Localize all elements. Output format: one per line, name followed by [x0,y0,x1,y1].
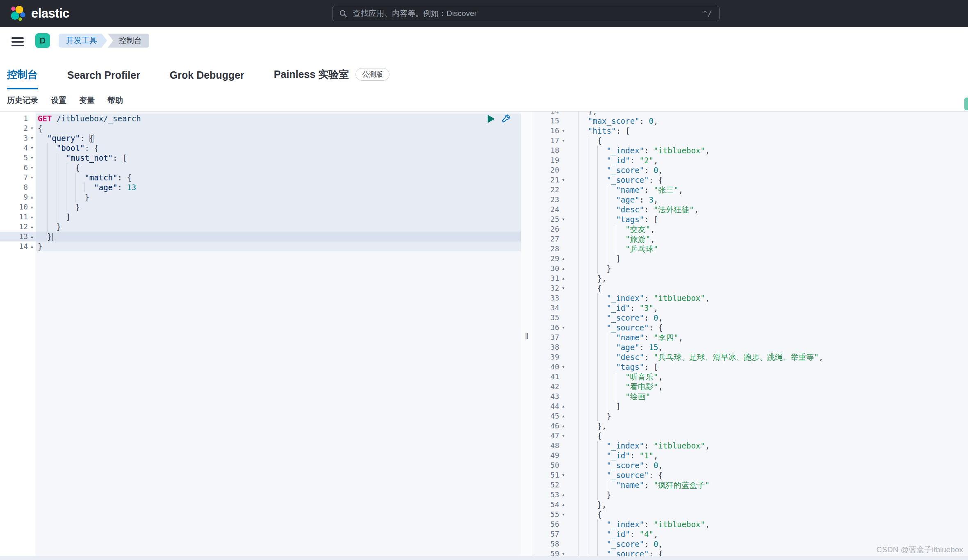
indent-guide [569,244,579,254]
code-text: { [36,163,521,173]
code-line[interactable]: 3▾"query": { [0,133,521,143]
code-line[interactable]: 6▾{ [0,163,521,173]
fold-toggle-icon[interactable]: ▴ [28,222,36,232]
code-line[interactable]: 4▾"bool": { [0,143,521,153]
indent-guide [597,323,607,332]
fold-gutter-spacer [559,519,567,529]
code-line[interactable]: 14▴} [0,241,521,251]
token-p: : [649,175,658,184]
fold-toggle-icon[interactable]: ▾ [559,470,567,480]
code-text: { [36,123,521,133]
menu-hamburger-icon[interactable] [11,37,24,46]
tab-painless-lab[interactable]: Painless 实验室 公测版 [274,68,389,89]
tab-console[interactable]: 控制台 [7,68,38,89]
elastic-logo[interactable]: elastic [10,5,69,22]
fold-toggle-icon[interactable]: ▴ [28,241,36,251]
space-avatar[interactable]: D [35,33,50,48]
fold-toggle-icon[interactable]: ▴ [559,411,567,421]
fold-toggle-icon[interactable]: ▴ [559,254,567,264]
fold-toggle-icon[interactable]: ▾ [559,323,567,332]
fold-toggle-icon[interactable]: ▾ [28,153,36,163]
beta-badge: 公测版 [355,68,389,81]
fold-toggle-icon[interactable]: ▾ [559,126,567,136]
tab-search-profiler[interactable]: Search Profiler [67,69,140,89]
indent-guide [569,421,579,431]
token-p: { [658,323,663,332]
token-p: : [113,153,122,162]
screen-edge-tab[interactable] [964,98,968,110]
token-s: "3" [640,303,654,312]
fold-toggle-icon[interactable]: ▴ [28,232,36,241]
fold-toggle-icon[interactable]: ▴ [559,401,567,411]
fold-toggle-icon[interactable]: ▴ [28,202,36,212]
code-line[interactable]: 10▴} [0,202,521,212]
global-search-input[interactable]: 查找应用、内容等。例如：Discover ^/ [332,6,720,21]
code-line[interactable]: 13▴} [0,232,521,241]
fold-toggle-icon[interactable]: ▾ [559,362,567,372]
fold-toggle-icon[interactable]: ▾ [559,549,567,559]
code-line[interactable]: 11▴] [0,212,521,222]
breadcrumb-dev-tools[interactable]: 开发工具 [59,34,107,48]
fold-toggle-icon[interactable]: ▾ [28,163,36,173]
tab-grok-debugger[interactable]: Grok Debugger [170,69,244,89]
code-line[interactable]: 5▾"must_not": [ [0,153,521,163]
indent-guide [569,451,579,460]
token-k: "_source" [607,471,649,480]
code-line[interactable]: 1GET /itbluebox/_search [0,114,521,123]
fold-gutter-spacer [559,224,567,234]
indent-guide [38,173,47,182]
fold-toggle-icon[interactable]: ▴ [559,421,567,431]
token-k: "_index" [607,441,645,450]
fold-toggle-icon[interactable]: ▴ [28,212,36,222]
code-text: "max_score": 0, [567,116,968,126]
code-line[interactable]: 8"age": 13 [0,182,521,192]
fold-toggle-icon[interactable]: ▴ [28,192,36,202]
fold-toggle-icon[interactable]: ▾ [559,431,567,441]
code-line[interactable]: 9▴} [0,192,521,202]
indent-guide [588,352,597,362]
token-p: : [630,451,640,460]
indent-guide [569,401,579,411]
request-editor-pane[interactable]: 1GET /itbluebox/_search2▾{3▾"query": {4▾… [0,112,521,560]
indent-guide [597,146,607,155]
menu-item-help[interactable]: 帮助 [107,95,123,106]
line-number: 16 [533,126,559,136]
token-s: "疯狂的蓝盒子" [654,480,710,489]
indent-guide [588,146,597,155]
breadcrumb-console: 控制台 [108,34,149,48]
indent-guide [569,539,579,549]
fold-toggle-icon[interactable]: ▾ [28,143,36,153]
menu-item-history[interactable]: 历史记录 [7,95,38,106]
pane-resize-handle[interactable]: ‖ [521,112,533,560]
fold-toggle-icon[interactable]: ▾ [28,133,36,143]
menu-item-settings[interactable]: 设置 [51,95,66,106]
indent-guide [57,202,66,212]
token-p: [ [122,153,127,162]
fold-toggle-icon[interactable]: ▴ [559,264,567,273]
fold-toggle-icon[interactable]: ▾ [559,510,567,519]
indent-guide [47,212,57,222]
indent-guide [597,205,607,214]
fold-toggle-icon[interactable]: ▾ [559,136,567,146]
fold-toggle-icon[interactable]: ▴ [559,500,567,510]
token-k: "match" [84,173,117,182]
fold-toggle-icon[interactable]: ▾ [559,283,567,293]
code-line[interactable]: 12▴} [0,222,521,232]
fold-toggle-icon[interactable]: ▾ [559,214,567,224]
fold-toggle-icon[interactable]: ▾ [559,175,567,185]
fold-toggle-icon[interactable]: ▴ [559,490,567,500]
token-p: : [649,471,658,480]
indent-guide [569,224,579,234]
request-options-wrench-button[interactable] [501,114,512,124]
indent-guide [38,232,47,241]
code-line[interactable]: 7▾"match": { [0,173,521,182]
send-request-play-button[interactable] [485,114,496,124]
code-line[interactable]: 2▾{ [0,123,521,133]
indent-guide [597,470,607,480]
indent-guide [569,323,579,332]
fold-toggle-icon[interactable]: ▾ [28,123,36,133]
line-number: 7 [0,173,28,182]
menu-item-variables[interactable]: 变量 [79,95,95,106]
fold-toggle-icon[interactable]: ▴ [559,273,567,283]
fold-toggle-icon[interactable]: ▾ [28,173,36,182]
